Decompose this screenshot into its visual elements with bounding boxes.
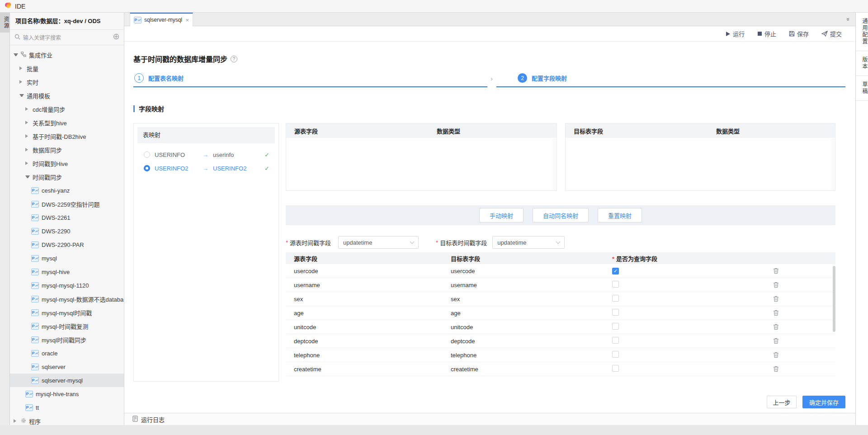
- table-mapping-row-USERINFO[interactable]: USERINFO→userinfo✓: [137, 148, 275, 161]
- help-icon[interactable]: ?: [231, 56, 237, 62]
- tree-item-oracle[interactable]: Poracle: [10, 346, 124, 360]
- tab-close-icon[interactable]: ×: [185, 17, 189, 24]
- tab-list-chevron-icon[interactable]: »: [845, 18, 852, 21]
- tree-item-mysql[interactable]: Pmysql: [10, 251, 124, 265]
- table-mapping-row-USERINFO2[interactable]: USERINFO2→USERINFO2✓: [137, 161, 275, 175]
- filter-icon[interactable]: [113, 33, 119, 41]
- tree-item-DWS-2261[interactable]: PDWS-2261: [10, 211, 124, 224]
- tree-item-sqlserver-mysql[interactable]: Psqlserver-mysql: [10, 374, 124, 387]
- target-schema-scrollbar[interactable]: [831, 138, 835, 190]
- run-log-bar[interactable]: 运行日志: [124, 413, 855, 425]
- action-button-手动映射[interactable]: 手动映射: [479, 208, 524, 222]
- tree-item-label: DWS-2290: [42, 228, 71, 235]
- tree-item-程序[interactable]: 程序: [10, 414, 124, 425]
- tree-item-时间戳到Hive[interactable]: 时间戳到Hive: [10, 156, 124, 170]
- save-button[interactable]: 保存: [789, 29, 809, 38]
- confirm-save-button[interactable]: 确定并保存: [802, 396, 845, 408]
- left-rail-tab-resources[interactable]: 资源: [0, 13, 10, 33]
- query-checkbox-unchecked[interactable]: [612, 365, 619, 372]
- tree-item-ceshi-yanz[interactable]: Pceshi-yanz: [10, 184, 124, 197]
- tree-item-DWS-2290-PAR[interactable]: PDWS-2290-PAR: [10, 238, 124, 251]
- tree-item-label: 关系型到hive: [33, 118, 67, 127]
- target-ts-select[interactable]: updatetime: [492, 236, 565, 249]
- expand-caret-icon[interactable]: [19, 66, 24, 70]
- tree-item-时间戳同步[interactable]: 时间戳同步: [10, 170, 124, 184]
- expand-caret-icon[interactable]: [14, 419, 18, 423]
- tree-item-label: mysql: [42, 255, 57, 262]
- tree-item-sqlserver[interactable]: Psqlserver: [10, 360, 124, 374]
- expand-caret-icon[interactable]: [25, 134, 30, 138]
- delete-row-icon[interactable]: [764, 282, 835, 288]
- delete-row-icon[interactable]: [764, 338, 835, 344]
- source-ts-select[interactable]: updatetime: [338, 236, 419, 249]
- target-ts-label: 目标表时间戳字段: [440, 238, 487, 247]
- tree-item-数据库同步[interactable]: 数据库同步: [10, 143, 124, 156]
- collapse-caret-icon[interactable]: [25, 175, 30, 178]
- tree-item-基于时间戳-DB2hive[interactable]: 基于时间戳-DB2hive: [10, 129, 124, 143]
- tree-item-tt[interactable]: Ptt: [10, 401, 124, 414]
- field-table-scrollbar[interactable]: [833, 266, 835, 332]
- action-button-重置映射[interactable]: 重置映射: [598, 208, 642, 222]
- tree-item-mysql-hive-trans[interactable]: Pmysql-hive-trans: [10, 387, 124, 401]
- collapse-caret-icon[interactable]: [14, 53, 18, 56]
- tree-item-关系型到hive[interactable]: 关系型到hive: [10, 116, 124, 129]
- right-rail-tab-版本[interactable]: 版本: [856, 51, 868, 76]
- expand-caret-icon[interactable]: [19, 80, 24, 84]
- tree-item-mysql-mysql时间戳[interactable]: Pmysql-mysql时间戳: [10, 306, 124, 319]
- tree-item-cdc增量同步[interactable]: cdc增量同步: [10, 102, 124, 116]
- prev-step-button[interactable]: 上一步: [767, 396, 797, 408]
- tree-item-mysql时间戳同步[interactable]: Pmysql时间戳同步: [10, 333, 124, 346]
- query-checkbox-unchecked[interactable]: [612, 295, 619, 302]
- tree-item-mysql-hive[interactable]: Pmysql-hive: [10, 265, 124, 279]
- tree-item-mysql-时间戳复测[interactable]: Pmysql-时间戳复测: [10, 319, 124, 333]
- tree-item-通用模板[interactable]: 通用模板: [10, 89, 124, 102]
- expand-caret-icon[interactable]: [25, 107, 30, 111]
- job-icon: P: [31, 241, 39, 248]
- field-table-body: usercodeusercode✓usernameusernamesexsexa…: [286, 264, 835, 376]
- field-row-telephone: telephonetelephone: [286, 348, 835, 362]
- right-rail-tab-通用配置[interactable]: 通用配置: [856, 13, 868, 51]
- step-1[interactable]: 1 配置表名映射: [134, 73, 184, 83]
- tree-item-DWS-2259空指针问题[interactable]: PDWS-2259空指针问题: [10, 197, 124, 211]
- query-checkbox-unchecked[interactable]: [612, 323, 619, 330]
- sidebar-search[interactable]: 输入关键字搜索: [10, 30, 124, 45]
- tree-item-集成作业[interactable]: 集成作业: [10, 48, 124, 61]
- expand-caret-icon[interactable]: [25, 121, 30, 124]
- radio-unselected-icon[interactable]: [144, 151, 150, 158]
- right-rail-tab-草稿[interactable]: 草稿: [856, 76, 868, 101]
- mapped-check-icon: ✓: [264, 151, 269, 158]
- delete-row-icon[interactable]: [764, 352, 835, 358]
- query-checkbox-unchecked[interactable]: [612, 309, 619, 316]
- delete-row-icon[interactable]: [764, 310, 835, 316]
- query-checkbox-checked[interactable]: ✓: [612, 268, 619, 274]
- tree-item-实时[interactable]: 实时: [10, 75, 124, 89]
- tree-item-label: oracle: [42, 350, 57, 357]
- delete-row-icon[interactable]: [764, 268, 835, 274]
- delete-row-icon[interactable]: [764, 366, 835, 372]
- tree-item-批量[interactable]: 批量: [10, 61, 124, 75]
- field-row-sex: sexsex: [286, 292, 835, 306]
- tree-item-mysql-mysql-1120[interactable]: Pmysql-mysql-1120: [10, 279, 124, 292]
- collapse-caret-icon[interactable]: [19, 94, 24, 97]
- delete-row-icon[interactable]: [764, 296, 835, 302]
- source-schema-scrollbar[interactable]: [553, 138, 556, 190]
- tree-item-mysql-mysql-数据源不选database[interactable]: Pmysql-mysql-数据源不选database: [10, 292, 124, 306]
- field-row-deptcode: deptcodedeptcode: [286, 334, 835, 348]
- run-button[interactable]: 运行: [725, 29, 745, 38]
- step-2[interactable]: 2 配置字段映射: [518, 73, 567, 83]
- action-button-自动同名映射[interactable]: 自动同名映射: [533, 208, 589, 222]
- job-icon: P: [31, 228, 39, 235]
- radio-selected-icon[interactable]: [144, 165, 150, 171]
- stop-button[interactable]: 停止: [757, 29, 776, 38]
- tab-sqlserver-mysql[interactable]: P sqlserver-mysql ×: [130, 13, 193, 26]
- tree-item-DWS-2290[interactable]: PDWS-2290: [10, 224, 124, 238]
- query-checkbox-unchecked[interactable]: [612, 281, 619, 288]
- expand-caret-icon[interactable]: [25, 161, 30, 165]
- field-row-createtime: createtimecreatetime: [286, 362, 835, 376]
- submit-button[interactable]: 提交: [821, 29, 842, 38]
- expand-caret-icon[interactable]: [25, 148, 30, 151]
- query-checkbox-unchecked[interactable]: [612, 351, 619, 358]
- search-input[interactable]: 输入关键字搜索: [23, 33, 110, 41]
- delete-row-icon[interactable]: [764, 324, 835, 330]
- query-checkbox-unchecked[interactable]: [612, 337, 619, 344]
